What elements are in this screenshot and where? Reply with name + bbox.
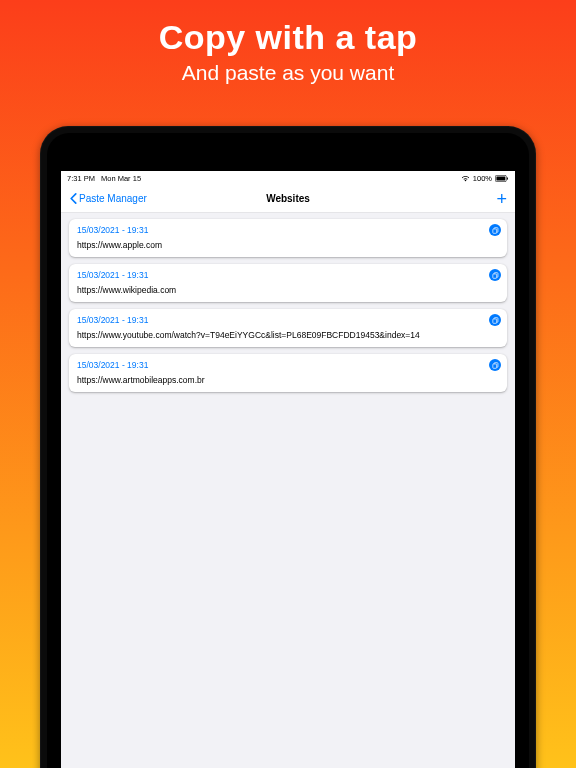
status-battery: 100%	[473, 174, 492, 183]
list-item[interactable]: 15/03/2021 - 19:31https://www.wikipedia.…	[69, 264, 507, 302]
status-bar: 7:31 PM Mon Mar 15 100%	[61, 171, 515, 185]
item-url: https://www.youtube.com/watch?v=T94eEiYY…	[77, 330, 499, 340]
svg-rect-2	[507, 177, 508, 180]
back-button[interactable]: Paste Manager	[69, 193, 147, 204]
copy-icon[interactable]	[489, 269, 501, 281]
nav-bar: Paste Manager Websites +	[61, 185, 515, 213]
promo-title: Copy with a tap	[0, 18, 576, 57]
item-timestamp: 15/03/2021 - 19:31	[77, 270, 499, 280]
svg-rect-8	[492, 318, 496, 322]
svg-rect-6	[492, 273, 496, 277]
wifi-icon	[461, 175, 470, 182]
item-timestamp: 15/03/2021 - 19:31	[77, 360, 499, 370]
item-url: https://www.apple.com	[77, 240, 499, 250]
copy-icon[interactable]	[489, 359, 501, 371]
status-date: Mon Mar 15	[101, 174, 141, 183]
plus-icon: +	[496, 189, 507, 209]
item-url: https://www.artmobileapps.com.br	[77, 375, 499, 385]
svg-rect-1	[496, 176, 505, 180]
svg-rect-10	[492, 363, 496, 367]
status-time: 7:31 PM	[67, 174, 95, 183]
copy-icon[interactable]	[489, 314, 501, 326]
list-item[interactable]: 15/03/2021 - 19:31https://www.apple.com	[69, 219, 507, 257]
copy-icon[interactable]	[489, 224, 501, 236]
battery-icon	[495, 175, 509, 182]
chevron-left-icon	[69, 193, 77, 204]
item-timestamp: 15/03/2021 - 19:31	[77, 225, 499, 235]
list: 15/03/2021 - 19:31https://www.apple.com1…	[61, 213, 515, 405]
screen: 7:31 PM Mon Mar 15 100%	[61, 171, 515, 768]
list-item[interactable]: 15/03/2021 - 19:31https://www.youtube.co…	[69, 309, 507, 347]
tablet-bezel: 7:31 PM Mon Mar 15 100%	[47, 133, 529, 768]
back-label: Paste Manager	[79, 193, 147, 204]
item-timestamp: 15/03/2021 - 19:31	[77, 315, 499, 325]
list-item[interactable]: 15/03/2021 - 19:31https://www.artmobilea…	[69, 354, 507, 392]
promo-header: Copy with a tap And paste as you want	[0, 0, 576, 85]
promo-subtitle: And paste as you want	[0, 61, 576, 85]
tablet-frame: 7:31 PM Mon Mar 15 100%	[40, 126, 536, 768]
svg-rect-4	[492, 228, 496, 232]
add-button[interactable]: +	[496, 190, 507, 208]
item-url: https://www.wikipedia.com	[77, 285, 499, 295]
